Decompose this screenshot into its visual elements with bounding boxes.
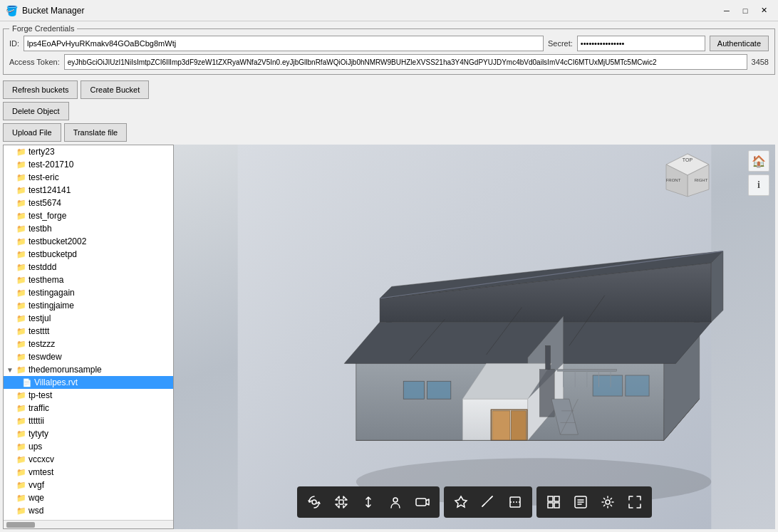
tree-item-wqe[interactable]: 📁wqe — [4, 491, 173, 504]
tree-item-label: test_forge — [28, 211, 66, 221]
tree-item-label: vvgf — [28, 480, 44, 490]
id-input[interactable] — [24, 36, 544, 51]
properties-button[interactable] — [568, 489, 593, 515]
tree-item-label: traffic — [28, 403, 49, 413]
fit-view-button[interactable] — [383, 489, 408, 515]
camera-tool-button[interactable] — [410, 489, 435, 515]
explode-tool-button[interactable] — [448, 489, 474, 515]
token-row: Access Token: 3458 — [9, 54, 769, 70]
tree-expand-icon[interactable]: ▼ — [6, 366, 16, 374]
pan-tool-button[interactable] — [328, 489, 354, 515]
info-button[interactable]: i — [748, 174, 769, 196]
delete-object-button[interactable]: Delete Object — [3, 102, 69, 120]
tree-item-tp-test[interactable]: 📁tp-test — [4, 389, 173, 402]
close-button[interactable]: ✕ — [755, 4, 772, 17]
tree-item-vccxcv[interactable]: 📁vccxcv — [4, 453, 173, 466]
secret-input[interactable] — [577, 36, 705, 51]
fullscreen-button[interactable] — [622, 489, 648, 515]
orbit-tool-button[interactable] — [301, 489, 327, 515]
tree-item-label: test-eric — [28, 172, 59, 182]
svg-marker-50 — [455, 496, 467, 507]
tree-item-wsd[interactable]: 📁wsd — [4, 504, 173, 517]
folder-icon: 📁 — [16, 199, 26, 208]
folder-icon: 📁 — [16, 276, 26, 285]
svg-rect-19 — [593, 375, 623, 396]
tree-item-teswdew[interactable]: 📁teswdew — [4, 350, 173, 363]
refresh-buckets-button[interactable]: Refresh buckets — [3, 80, 78, 99]
folder-icon: 📁 — [16, 288, 26, 298]
tree-item-testttt[interactable]: 📁testttt — [4, 325, 173, 338]
svg-rect-58 — [554, 503, 559, 508]
tree-item-villalpes-rvt[interactable]: 📄Villalpes.rvt — [4, 376, 173, 389]
tree-item-label: test5674 — [28, 198, 61, 208]
credentials-fieldset: Forge Credentials ID: Secret: Authentica… — [3, 24, 775, 75]
tree-item-label: testddd — [28, 262, 56, 272]
tree-item-testingagain[interactable]: 📁testingagain — [4, 286, 173, 299]
tree-item-testbucketpd[interactable]: 📁testbucketpd — [4, 248, 173, 261]
tree-item-vmtest[interactable]: 📁vmtest — [4, 466, 173, 479]
main-container: Forge Credentials ID: Secret: Authentica… — [0, 21, 778, 532]
navigation-tool-group — [297, 486, 440, 518]
minimize-button[interactable]: ─ — [718, 4, 735, 17]
tree-item-vvgf[interactable]: 📁vvgf — [4, 479, 173, 491]
zoom-tool-button[interactable] — [356, 489, 381, 515]
viewer-bottom-toolbar — [297, 486, 652, 518]
tree-item-ups[interactable]: 📁ups — [4, 440, 173, 453]
tree-item-label: testttt — [28, 326, 49, 336]
tree-item-testzzz[interactable]: 📁testzzz — [4, 338, 173, 350]
svg-rect-57 — [548, 503, 553, 508]
toolbar-row-1: Refresh buckets Create Bucket — [3, 80, 775, 99]
tree-item-testbh[interactable]: 📁testbh — [4, 222, 173, 235]
folder-icon: 📁 — [16, 327, 26, 336]
authenticate-button[interactable]: Authenticate — [710, 36, 769, 51]
secret-label: Secret: — [548, 39, 573, 48]
tree-item-testjul[interactable]: 📁testjul — [4, 312, 173, 325]
toolbar-row-2: Delete Object — [3, 102, 775, 120]
folder-icon: 📁 — [16, 237, 26, 246]
create-bucket-button[interactable]: Create Bucket — [81, 80, 149, 99]
tree-item-label: testzzz — [28, 339, 55, 349]
app-icon: 🪣 — [6, 5, 18, 16]
translate-file-button[interactable]: Translate file — [64, 123, 128, 142]
tree-item-test5674[interactable]: 📁test5674 — [4, 197, 173, 209]
svg-line-51 — [485, 502, 487, 504]
tree-item-test124141[interactable]: 📁test124141 — [4, 184, 173, 197]
tree-item-test-201710[interactable]: 📁test-201710 — [4, 158, 173, 171]
svg-rect-49 — [416, 499, 426, 506]
svg-rect-24 — [539, 370, 554, 417]
svg-rect-56 — [554, 496, 559, 501]
tree-item-traffic[interactable]: 📁traffic — [4, 402, 173, 414]
horizontal-scrollbar[interactable] — [4, 520, 173, 528]
tree-item-thedemorunsample[interactable]: ▼📁thedemorunsample — [4, 363, 173, 376]
folder-icon: 📁 — [16, 481, 26, 490]
tree-item-testddd[interactable]: 📁testddd — [4, 261, 173, 273]
section-tool-button[interactable] — [502, 489, 528, 515]
access-token-input[interactable] — [64, 54, 747, 70]
folder-icon: 📁 — [16, 442, 26, 452]
tree-item-test-eric[interactable]: 📁test-eric — [4, 171, 173, 184]
view-cube[interactable]: TOP FRONT RIGHT — [663, 150, 712, 200]
tree-item-test_forge[interactable]: 📁test_forge — [4, 209, 173, 222]
tree-item-testhema[interactable]: 📁testhema — [4, 273, 173, 286]
tree-item-testbucket2002[interactable]: 📁testbucket2002 — [4, 235, 173, 248]
svg-rect-47 — [339, 500, 343, 504]
tree-item-label: tp-test — [28, 390, 52, 400]
measure-tool-button[interactable] — [475, 489, 501, 515]
tree-item-label: testbh — [28, 224, 52, 234]
maximize-button[interactable]: □ — [737, 4, 754, 17]
upload-file-button[interactable]: Upload File — [3, 123, 61, 142]
tree-item-label: thedemorunsample — [28, 365, 102, 375]
tree-item-terty23[interactable]: 📁terty23 — [4, 145, 173, 158]
tree-container[interactable]: 📁terty23📁test-201710📁test-eric📁test12414… — [4, 145, 173, 520]
tree-item-tttttii[interactable]: 📁tttttii — [4, 414, 173, 427]
settings-button[interactable] — [595, 489, 621, 515]
tree-item-label: tytyty — [28, 429, 48, 439]
window-controls: ─ □ ✕ — [718, 4, 772, 17]
folder-icon: 📁 — [16, 186, 26, 195]
tree-item-testingjaime[interactable]: 📁testingjaime — [4, 299, 173, 312]
folder-icon: 📁 — [16, 173, 26, 182]
home-view-button[interactable]: 🏠 — [748, 150, 769, 172]
credentials-legend: Forge Credentials — [9, 24, 77, 33]
model-browser-button[interactable] — [541, 489, 566, 515]
tree-item-tytyty[interactable]: 📁tytyty — [4, 427, 173, 440]
